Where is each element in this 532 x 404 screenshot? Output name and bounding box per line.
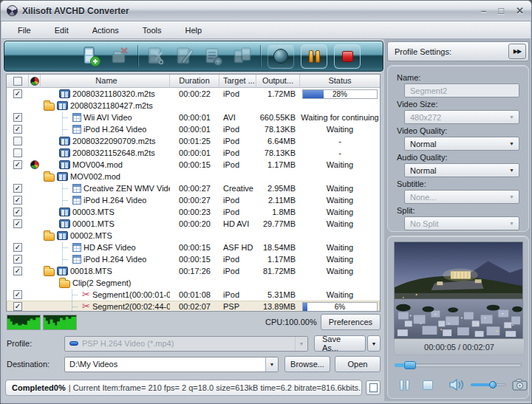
audio-quality-select[interactable]: Normal▼ [404,163,519,177]
status-column-header[interactable]: Status [300,75,380,88]
table-row[interactable]: ✓20080321180320.m2ts00:00:22iPod1.72MB28… [7,88,380,100]
preview-stop-button[interactable] [419,376,437,394]
row-checkbox[interactable]: ✓ [13,160,22,169]
table-row[interactable]: ✓Wii AVI Video00:00:01AVI660.55KBWaiting… [7,112,380,123]
menu-actions[interactable]: Actions [81,23,131,38]
duration-column-header[interactable]: Duration [170,75,219,88]
duration-cell: 00:00:01 [170,113,219,122]
pause-icon [400,380,403,391]
preferences-button[interactable]: Preferences [321,314,381,330]
table-row[interactable]: ✓00001.MTS00:00:20HD AVI29.77MBWaiting [7,218,380,230]
table-row[interactable]: Clip(2 Segment) [7,277,380,289]
pause-button[interactable] [301,44,327,69]
table-row[interactable]: ✓iPod H.264 Video00:00:01iPod78.13KBWait… [7,123,380,135]
seek-thumb[interactable] [404,361,416,369]
snapshot-camera-icon[interactable] [512,378,528,391]
save-as-button[interactable]: Save As... [314,335,366,352]
profile-combobox[interactable]: PSP H.264 Video (*.mp4) ▼ [64,336,308,352]
menu-help[interactable]: Help [173,23,214,38]
row-checkbox[interactable]: ✓ [13,267,22,275]
menu-tools[interactable]: Tools [131,23,174,38]
field-label: Video Quality: [397,126,519,135]
row-name-cell: HD ASF Video [41,242,170,253]
table-row[interactable]: ✓✂Segment2(00:02:44-00:...00:02:07PSP13.… [7,301,380,311]
film-icon [57,231,68,240]
video-size-select[interactable]: 480x272▼ [404,110,519,124]
row-checkbox[interactable]: ✓ [13,184,22,193]
chevron-down-icon[interactable]: ▼ [265,357,278,372]
destination-combobox[interactable]: D:\My Videos ▼ [64,357,279,372]
table-row[interactable]: ✓iPod H.264 Video00:00:27iPod2.11MBWaiti… [7,194,380,206]
table-row[interactable]: ✓00018.MTS00:17:26iPod81.72MBWaiting [7,265,380,277]
effect-column-icon [30,77,39,86]
add-file-icon[interactable] [80,45,102,67]
table-row[interactable]: 20080321152648.m2ts00:00:01iPod78.13KB- [7,147,380,159]
volume-thumb[interactable] [489,381,497,388]
open-button[interactable]: Open [335,356,381,372]
maximize-button[interactable]: □ [498,6,504,16]
table-row[interactable]: ✓MOV004.mod00:00:15iPod1.17MBWaiting [7,159,380,171]
video-quality-select[interactable]: Normal▼ [404,137,519,151]
player-controls: ▼ [394,372,522,394]
remove-file-icon[interactable] [109,45,131,67]
save-as-dropdown-button[interactable]: ▼ [367,335,381,352]
table-row[interactable]: 00002.MTS [7,230,380,242]
destination-row: Destination: D:\My Videos ▼ Browse... Op… [7,355,381,373]
name-column-header[interactable]: Name [41,75,170,88]
table-row[interactable]: ✓00003.MTS00:00:23iPod1.8MBWaiting [7,206,380,218]
row-checkbox[interactable] [13,148,22,157]
chevron-down-icon[interactable]: ▼ [509,141,519,146]
row-checkbox[interactable]: ✓ [13,196,22,205]
speaker-icon[interactable] [449,378,465,391]
chevron-down-icon[interactable]: ▼ [509,194,519,199]
volume-slider[interactable] [471,380,506,389]
row-checkbox[interactable]: ✓ [13,208,22,216]
duration-cell: 00:00:27 [170,196,219,205]
merge-icon[interactable] [231,45,253,67]
profile-item-icon [72,196,81,205]
row-checkbox[interactable]: ✓ [13,125,22,134]
split-select[interactable]: No Split▼ [404,216,519,230]
output-column-header[interactable]: Output... [256,75,300,88]
row-checkbox[interactable]: ✓ [13,302,22,311]
row-checkbox[interactable]: ✓ [13,113,22,122]
table-row[interactable]: ✓✂Segment1(00:00:01-00:...00:01:08iPod5.… [7,289,380,301]
chevron-down-icon[interactable]: ▼ [295,337,307,351]
menu-edit[interactable]: Edit [43,23,81,38]
table-row[interactable]: MOV002.mod [7,171,380,182]
effect-column-header[interactable] [29,75,41,88]
table-row[interactable]: ✓iPod H.264 Video00:00:15iPod1.17MBWaiti… [7,253,380,265]
menu-file[interactable]: File [6,23,43,38]
stop-button[interactable] [334,44,361,69]
subtitle-select[interactable]: None...▼ [404,190,519,204]
seek-slider[interactable] [395,360,522,370]
chevron-down-icon[interactable]: ▼ [509,114,519,120]
target-column-header[interactable]: Target ... [219,75,256,88]
name-field[interactable]: Segment2 [404,83,519,97]
select-all-checkbox[interactable] [13,77,22,86]
row-checkbox[interactable]: ✓ [13,290,22,299]
row-checkbox[interactable] [13,137,22,145]
close-button[interactable]: ✕ [516,6,524,16]
convert-button[interactable] [267,44,294,69]
app-icon [7,5,18,16]
table-row[interactable]: ✓Creative ZEN WMV Video00:00:27Creative … [7,182,380,194]
table-row[interactable]: 20080322090709.m2ts00:01:25iPod6.64MB- [7,135,380,147]
row-checkbox[interactable]: ✓ [13,243,22,252]
effect-icon[interactable] [174,45,196,67]
table-row[interactable]: 20080321180427.m2ts [7,100,380,112]
row-name-cell: 00002.MTS [41,230,170,241]
chevron-down-icon[interactable]: ▼ [509,168,519,173]
log-button[interactable] [366,380,381,395]
clip-icon[interactable] [145,45,167,67]
minimize-button[interactable]: – [481,6,486,16]
add-profile-icon[interactable] [202,45,225,67]
table-row[interactable]: ✓HD ASF Video00:00:15ASF HD18.54MBWaitin… [7,242,380,253]
expand-panel-button[interactable]: ▶▶ [508,44,526,59]
preview-pause-button[interactable] [395,376,413,394]
row-checkbox[interactable]: ✓ [13,89,22,98]
row-checkbox[interactable]: ✓ [13,219,22,228]
chevron-down-icon[interactable]: ▼ [509,221,519,226]
browse-button[interactable]: Browse... [284,356,330,372]
row-checkbox[interactable]: ✓ [13,255,22,264]
